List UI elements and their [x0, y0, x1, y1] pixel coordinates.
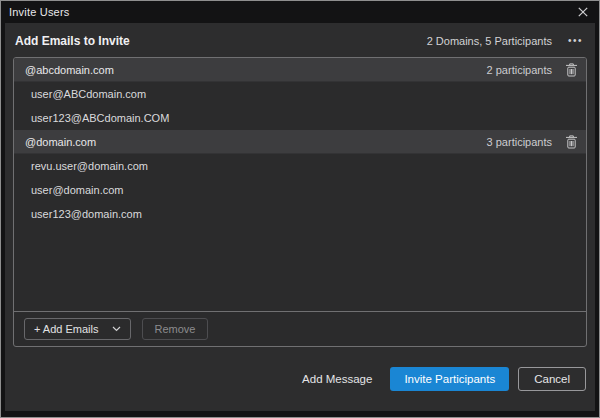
trash-icon — [565, 63, 578, 77]
window-title: Invite Users — [9, 6, 69, 18]
trash-icon — [565, 135, 578, 149]
email-list-container: @abcdomain.com 2 participants — [13, 57, 587, 347]
add-message-button[interactable]: Add Message — [302, 373, 372, 385]
invite-users-dialog: Invite Users Add Emails to Invite 2 Doma… — [0, 0, 600, 418]
section-title: Add Emails to Invite — [15, 34, 130, 48]
chevron-down-icon — [112, 326, 121, 332]
participant-count: 3 participants — [487, 136, 552, 148]
email-list-item[interactable]: user@ABCdomain.com — [14, 82, 586, 106]
title-bar: Invite Users — [1, 1, 599, 22]
email-list-item[interactable]: user123@ABCdomain.COM — [14, 106, 586, 130]
domain-label: @abcdomain.com — [25, 64, 114, 76]
remove-label: Remove — [155, 323, 196, 335]
dialog-panel: Add Emails to Invite 2 Domains, 5 Partic… — [5, 23, 595, 411]
email-address: user123@ABCdomain.COM — [31, 112, 169, 124]
remove-button[interactable]: Remove — [142, 318, 209, 340]
email-address: user123@domain.com — [31, 208, 142, 220]
add-emails-button[interactable]: + Add Emails — [24, 318, 131, 340]
domain-group-header[interactable]: @abcdomain.com 2 participants — [14, 58, 586, 82]
list-toolbar: + Add Emails Remove — [14, 311, 586, 346]
email-list-item[interactable]: user@domain.com — [14, 178, 586, 202]
domains-participants-summary: 2 Domains, 5 Participants — [427, 35, 552, 47]
email-list-item[interactable]: revu.user@domain.com — [14, 154, 586, 178]
delete-domain-button[interactable] — [562, 61, 580, 79]
more-options-icon[interactable]: ••• — [566, 34, 585, 48]
email-address: user@ABCdomain.com — [31, 88, 146, 100]
cancel-button[interactable]: Cancel — [518, 367, 586, 391]
close-icon — [578, 7, 588, 17]
delete-domain-button[interactable] — [562, 133, 580, 151]
email-address: revu.user@domain.com — [31, 160, 148, 172]
invite-participants-button[interactable]: Invite Participants — [390, 367, 509, 391]
domain-label: @domain.com — [25, 136, 96, 148]
participant-count: 2 participants — [487, 64, 552, 76]
close-button[interactable] — [575, 4, 591, 20]
panel-header: Add Emails to Invite 2 Domains, 5 Partic… — [5, 23, 595, 57]
dialog-footer: Add Message Invite Participants Cancel — [5, 347, 595, 411]
email-list: @abcdomain.com 2 participants — [14, 58, 586, 311]
add-emails-label: + Add Emails — [34, 323, 99, 335]
domain-group-header[interactable]: @domain.com 3 participants — [14, 130, 586, 154]
email-list-item[interactable]: user123@domain.com — [14, 202, 586, 226]
email-address: user@domain.com — [31, 184, 123, 196]
